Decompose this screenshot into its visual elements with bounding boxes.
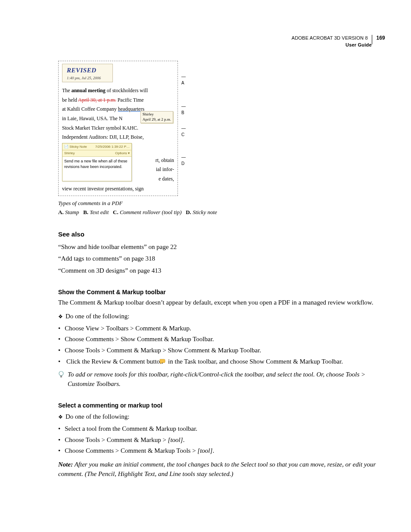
running-header: ADOBE ACROBAT 3D VERSION 8 169 User Guid… [26, 34, 385, 49]
do-one-of: ❖Do one of the following: [58, 412, 385, 422]
page-number: 169 [376, 35, 385, 41]
xref-link[interactable]: “Show and hide toolbar elements” on page… [58, 243, 385, 252]
xref-link[interactable]: “Add tags to comments” on page 318 [58, 254, 385, 264]
comment-tooltip: Shirley April 29, at 2 p.m. [140, 111, 173, 123]
subhead-show-toolbar: Show the Comment & Markup toolbar [58, 288, 385, 296]
list-item: Choose Comments > Comment & Markup Tools… [64, 446, 385, 456]
callout-a: A [181, 81, 184, 85]
list-item: Choose Tools > Comment & Markup > [tool]… [64, 436, 385, 445]
tip-note: To add or remove tools for this toolbar,… [58, 370, 385, 389]
do-one-of: ❖Do one of the following: [58, 312, 385, 321]
xref-link[interactable]: “Comment on 3D designs” on page 413 [58, 266, 385, 276]
sticky-note-icon-label: 📄 Sticky Note [64, 144, 87, 149]
note-label: Note: [58, 461, 73, 468]
tooltip-author: Shirley [143, 112, 171, 117]
tooltip-text: April 29, at 2 p.m. [143, 117, 171, 122]
sticky-note-timestamp: 7/25/2006 1:39:22 P… [95, 144, 130, 149]
stamp-annotation: REVISED 1:40 pm, Jul 25, 2006 [62, 64, 113, 82]
figure-block: REVISED 1:40 pm, Jul 25, 2006 The annual… [58, 61, 385, 196]
callout-b: B [181, 110, 184, 115]
section-intro: The Comment & Markup toolbar doesn’t app… [58, 298, 385, 308]
sample-document-text: The annual meeting of stockholders will … [62, 87, 174, 193]
note-paragraph: Note: After you make an initial comment,… [58, 460, 385, 479]
figure-callout-labels: — A — B — C — D [181, 61, 189, 167]
list-item: Choose Comments > Show Comment & Markup … [64, 335, 385, 344]
doc-title: User Guide [346, 42, 372, 47]
callout-d: D [181, 161, 184, 166]
diamond-icon: ❖ [58, 314, 63, 320]
subhead-select-tool: Select a commenting or markup tool [58, 401, 385, 410]
product-name: ADOBE ACROBAT 3D VERSION 8 [292, 35, 368, 40]
text-edit-strikeout: April 30, at 1 p.m. [78, 97, 116, 103]
diamond-icon: ❖ [58, 414, 63, 420]
list-item: Choose View > Toolbars > Comment & Marku… [64, 324, 385, 333]
list-item: Select a tool from the Comment & Markup … [64, 424, 385, 434]
sticky-note-author: Shirley [64, 151, 75, 156]
instruction-list: Select a tool from the Comment & Markup … [58, 424, 385, 456]
figure-legend: A. Stamp B. Text edit C. Comment rollove… [58, 208, 385, 217]
instruction-list: Choose View > Toolbars > Comment & Marku… [58, 324, 385, 367]
svg-rect-1 [60, 376, 62, 377]
svg-point-0 [59, 371, 63, 376]
figure-pdf-comments: REVISED 1:40 pm, Jul 25, 2006 The annual… [58, 61, 178, 196]
figure-caption: Types of comments in a PDF [58, 199, 385, 208]
list-item: Choose Tools > Comment & Markup > Show C… [64, 346, 385, 355]
stamp-datetime: 1:40 pm, Jul 25, 2006 [67, 75, 108, 81]
callout-c: C [181, 132, 184, 137]
lightbulb-icon [58, 371, 64, 389]
stamp-title: REVISED [67, 66, 108, 75]
sticky-note-options[interactable]: Options ▾ [115, 151, 130, 156]
see-also-heading: See also [58, 230, 385, 239]
list-item: Click the Review & Comment button in the… [64, 357, 385, 367]
